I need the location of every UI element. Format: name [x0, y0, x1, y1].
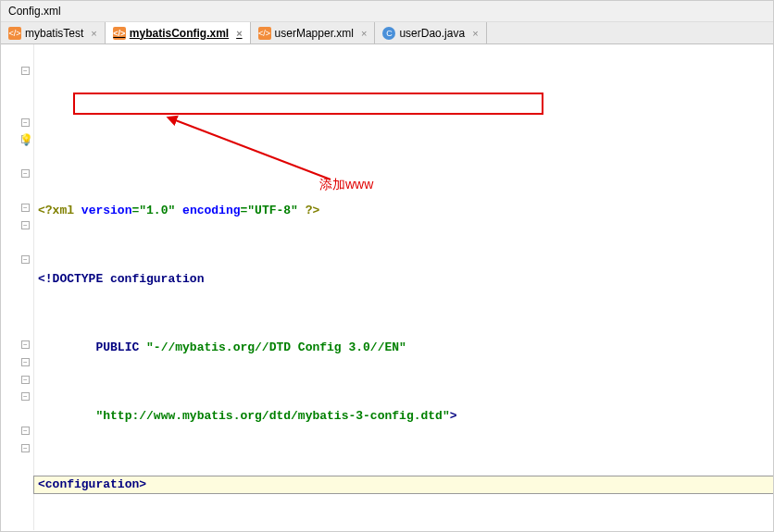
- xml-icon: </>: [8, 27, 21, 40]
- close-icon[interactable]: ×: [91, 28, 96, 39]
- svg-line-0: [173, 119, 331, 179]
- xml-icon: </>: [258, 27, 271, 40]
- fold-icon[interactable]: −: [21, 376, 30, 384]
- fold-icon[interactable]: −: [21, 221, 30, 229]
- tab-label: userDao.java: [399, 27, 465, 40]
- fold-icon[interactable]: −: [21, 392, 30, 401]
- fold-icon[interactable]: −: [21, 67, 30, 75]
- tab-mybatisTest[interactable]: </> mybatisTest ×: [1, 22, 106, 43]
- tab-label: mybatisTest: [25, 27, 83, 40]
- fold-icon[interactable]: −: [21, 204, 30, 212]
- tab-userDao[interactable]: C userDao.java ×: [375, 22, 486, 43]
- code-line: <!DOCTYPE configuration: [34, 271, 773, 289]
- code-line: "http://www.mybatis.org/dtd/mybatis-3-co…: [34, 408, 773, 426]
- annotation-box: [73, 93, 543, 115]
- tab-userMapper[interactable]: </> userMapper.xml ×: [251, 22, 376, 43]
- close-icon[interactable]: ×: [361, 28, 367, 39]
- fold-icon[interactable]: −: [21, 358, 30, 366]
- code-line: <configuration>: [34, 476, 773, 494]
- tab-mybatisConfig[interactable]: </> mybatisConfig.xml ×: [106, 22, 251, 43]
- tab-label: userMapper.xml: [275, 27, 354, 40]
- close-icon[interactable]: ×: [236, 28, 242, 39]
- close-icon[interactable]: ×: [472, 28, 478, 39]
- editor-area: − − − 💡 − − − − − − − − − − 添加www <?xml …: [1, 44, 773, 530]
- code-editor[interactable]: 添加www <?xml version="1.0" encoding="UTF-…: [34, 44, 773, 530]
- window-title: Config.xml: [8, 5, 61, 18]
- fold-icon[interactable]: −: [21, 169, 30, 178]
- fold-icon[interactable]: −: [21, 444, 30, 452]
- annotation-label: 添加www: [319, 176, 373, 193]
- window-title-bar: Config.xml: [1, 1, 773, 22]
- fold-icon[interactable]: −: [21, 340, 30, 349]
- editor-tab-bar: </> mybatisTest × </> mybatisConfig.xml …: [1, 22, 773, 44]
- code-line: <?xml version="1.0" encoding="UTF-8" ?>: [34, 203, 773, 220]
- tab-label: mybatisConfig.xml: [130, 27, 229, 40]
- xml-icon: </>: [113, 27, 126, 40]
- fold-icon[interactable]: −: [21, 255, 30, 264]
- java-icon: C: [382, 27, 395, 40]
- fold-icon[interactable]: −: [21, 427, 30, 435]
- fold-icon[interactable]: −: [21, 118, 30, 127]
- lightbulb-icon[interactable]: 💡: [19, 133, 33, 147]
- editor-gutter: − − − 💡 − − − − − − − − − −: [1, 44, 34, 530]
- code-line: PUBLIC "-//mybatis.org//DTD Config 3.0//…: [34, 340, 773, 357]
